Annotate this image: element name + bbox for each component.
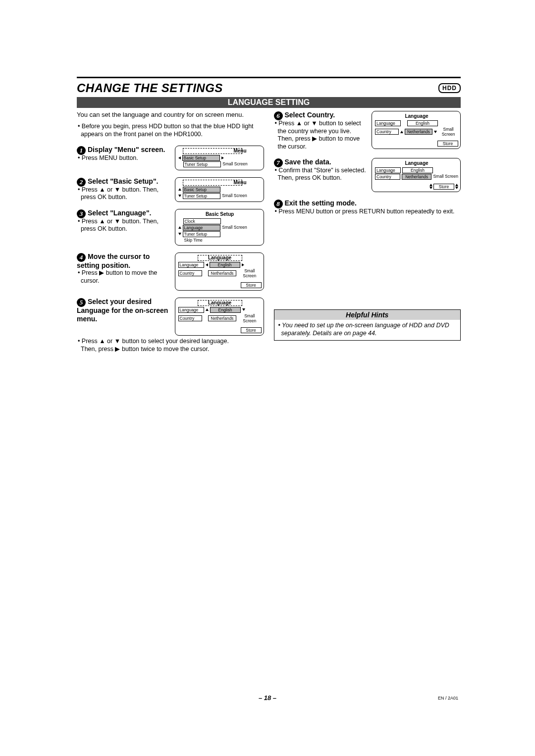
step-5-desc: • Press ▲ or ▼ button to select your des… [77, 338, 264, 353]
left-column: You can set the language and country for… [77, 111, 264, 353]
osd-language-4: Language Language English Country Nether… [175, 252, 264, 291]
step-8-heading: Exit the setting mode. [285, 199, 357, 207]
step-num-6: 6 [274, 111, 283, 120]
top-rule [77, 77, 461, 78]
step-8-desc: • Press MENU button or press RETURN butt… [274, 208, 461, 216]
step-num-5: 5 [77, 298, 86, 307]
osd-menu-2: Menu Basic Setup Tuner Setup Small Scree… [175, 177, 264, 202]
chapter-title: CHANGE THE SETTINGS [77, 81, 223, 95]
step-1: 1Display "Menu" screen. • Press MENU but… [77, 146, 264, 170]
step-7-heading: Save the data. [285, 158, 331, 166]
doc-code: EN / 2A01 [438, 696, 458, 701]
hints-title: Helpful Hints [274, 310, 461, 320]
section-bar: LANGUAGE SETTING [77, 97, 461, 108]
step-2: 2Select "Basic Setup". • Press ▲ or ▼ bu… [77, 177, 264, 202]
step-num-8: 8 [274, 200, 283, 208]
step-2-heading: Select "Basic Setup". [88, 177, 158, 185]
content-columns: You can set the language and country for… [77, 111, 461, 353]
step-7: 7Save the data. • Confirm that "Store" i… [274, 158, 461, 192]
hdd-badge: HDD [438, 83, 461, 93]
step-3: 3Select "Language". • Press ▲ or ▼ butto… [77, 209, 264, 246]
step-num-1: 1 [77, 146, 86, 155]
step-num-7: 7 [274, 158, 283, 167]
osd-menu-1: Menu Basic Setup Tuner Setup Small Scree… [175, 146, 264, 170]
step-3-heading: Select "Language". [88, 209, 151, 217]
hints-body: • You need to set up the on-screen langu… [274, 320, 461, 340]
step-1-desc: • Press MENU button. [77, 154, 171, 162]
osd-language-6: Language Language English Country Nether… [372, 111, 461, 149]
step-3-desc: • Press ▲ or ▼ button. Then, press OK bu… [77, 218, 171, 233]
step-4: 4Move the cursor to setting position. • … [77, 252, 264, 291]
step-6: 6Select Country. • Press ▲ or ▼ button t… [274, 111, 461, 151]
step-2-desc: • Press ▲ or ▼ button. Then, press OK bu… [77, 186, 171, 202]
step-4-desc: • Press ▶ button to move the cursor. [77, 269, 171, 285]
intro-bullet: • Before you begin, press HDD button so … [77, 123, 264, 138]
osd-language-5: Language Language English Country Nether… [175, 298, 264, 336]
step-6-desc: • Press ▲ or ▼ button to select the coun… [274, 120, 368, 151]
step-5-heading: Select your desired Language for the on-… [77, 298, 168, 323]
step-6-heading: Select Country. [285, 111, 335, 119]
step-7-desc: • Confirm that "Store" is selected. Then… [274, 167, 368, 182]
manual-page: CHANGE THE SETTINGS HDD LANGUAGE SETTING… [0, 0, 535, 756]
osd-basic-setup: Basic Setup Clock LanguageSmall Screen T… [175, 209, 264, 246]
right-column: 6Select Country. • Press ▲ or ▼ button t… [274, 111, 461, 353]
step-num-2: 2 [77, 178, 86, 187]
step-8: 8Exit the setting mode. • Press MENU but… [274, 199, 461, 216]
step-num-4: 4 [77, 253, 86, 262]
step-num-3: 3 [77, 209, 86, 218]
helpful-hints: Helpful Hints • You need to set up the o… [274, 309, 461, 341]
osd-language-7: Language Language English Country Nether… [372, 158, 461, 192]
title-row: CHANGE THE SETTINGS HDD [77, 81, 461, 95]
step-5: 5Select your desired Language for the on… [77, 298, 264, 336]
intro-text: You can set the language and country for… [77, 111, 264, 119]
step-4-heading: Move the cursor to setting position. [77, 252, 150, 269]
step-1-heading: Display "Menu" screen. [88, 146, 165, 153]
